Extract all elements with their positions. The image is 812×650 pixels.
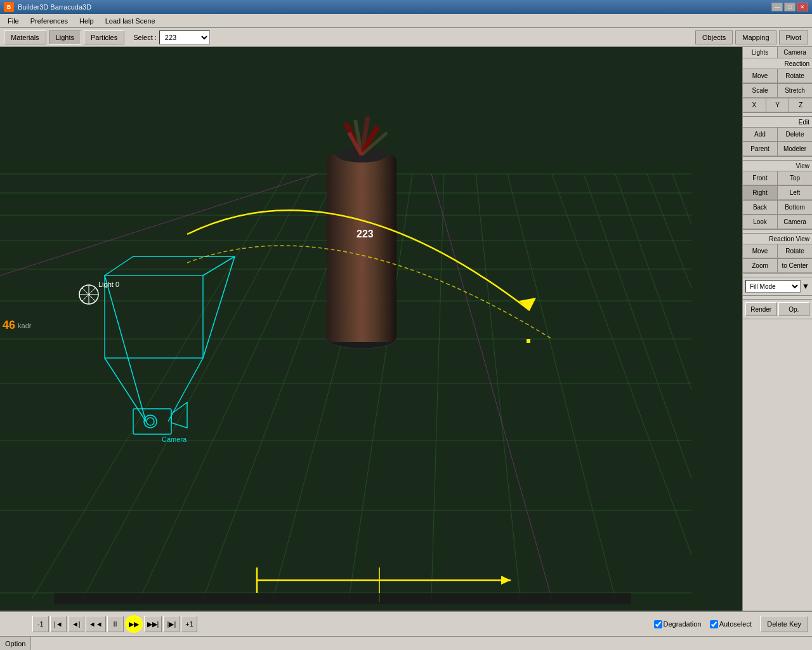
trans-start-button[interactable]: |◄ xyxy=(50,616,67,632)
app-icon: B xyxy=(4,2,14,12)
option-button[interactable]: Option xyxy=(0,637,31,651)
edit-row1: Add Delete xyxy=(743,128,812,142)
svg-line-32 xyxy=(203,256,235,358)
select-group: Select : 223 xyxy=(133,30,210,44)
toolbar-mapping-button[interactable]: Mapping xyxy=(735,30,776,44)
viewport[interactable]: Camera Light 0 xyxy=(0,47,742,611)
select-dropdown[interactable]: 223 xyxy=(159,30,210,44)
svg-text:223: 223 xyxy=(357,229,374,239)
svg-rect-1 xyxy=(0,47,742,611)
menubar: File Preferences Help Load last Scene xyxy=(0,14,812,28)
right-panel: Lights Camera Reaction Move Rotate Scale… xyxy=(742,47,812,611)
view-section-title: View xyxy=(743,161,812,171)
main-layout: Camera Light 0 xyxy=(0,47,812,611)
rv-tocenter-button[interactable]: to Center xyxy=(778,259,812,273)
svg-line-31 xyxy=(203,256,235,275)
transport: 46 kadr -1 |◄ ◄| ◄◄ II ▶▶ ▶▶| |▶| +1 Deg… xyxy=(0,611,812,636)
svg-line-45 xyxy=(82,288,95,301)
svg-line-23 xyxy=(584,174,691,479)
trans-prev-key-button[interactable]: ◄| xyxy=(68,616,84,632)
svg-point-48 xyxy=(327,329,396,348)
svg-line-20 xyxy=(476,174,520,599)
svg-line-56 xyxy=(349,133,362,155)
reaction-row3: X Y Z xyxy=(743,98,812,113)
minimize-button[interactable]: — xyxy=(771,3,783,11)
toolbar-objects-button[interactable]: Objects xyxy=(695,30,733,44)
svg-rect-49 xyxy=(327,155,396,342)
toolbar-particles-button[interactable]: Particles xyxy=(84,30,124,44)
trans-pause-button[interactable]: II xyxy=(107,616,124,632)
maximize-button[interactable]: □ xyxy=(784,3,796,11)
view-row1: Front Top xyxy=(743,171,812,186)
trans-plus1-button[interactable]: +1 xyxy=(181,616,197,632)
svg-line-25 xyxy=(647,174,691,288)
trans-rewind-button[interactable]: ◄◄ xyxy=(86,616,106,632)
svg-line-24 xyxy=(615,174,691,390)
rv-row2: Zoom to Center xyxy=(743,259,812,274)
reaction-move-button[interactable]: Move xyxy=(743,69,778,83)
toolbar: Materials Lights Particles Select : 223 … xyxy=(0,28,812,47)
autoselect-check[interactable]: Autoselect xyxy=(710,620,752,628)
svg-line-30 xyxy=(105,256,133,275)
menu-preferences[interactable]: Preferences xyxy=(25,16,73,26)
toolbar-pivot-button[interactable]: Pivot xyxy=(779,30,808,44)
delete-key-button[interactable]: Delete Key xyxy=(760,616,808,632)
degradation-check[interactable]: Degradation xyxy=(654,620,702,628)
rv-rotate-button[interactable]: Rotate xyxy=(778,244,812,258)
view-top-button[interactable]: Top xyxy=(778,171,812,185)
edit-modeler-button[interactable]: Modeler xyxy=(778,142,812,156)
svg-line-54 xyxy=(362,126,377,155)
svg-line-36 xyxy=(105,275,146,421)
menu-load-last-scene[interactable]: Load last Scene xyxy=(100,16,160,26)
rv-row1: Move Rotate xyxy=(743,244,812,259)
edit-section-title: Edit xyxy=(743,117,812,128)
degradation-label: Degradation xyxy=(664,620,702,628)
svg-line-52 xyxy=(355,120,362,155)
frame-label: kadr xyxy=(18,321,31,329)
window-buttons[interactable]: — □ ✕ xyxy=(771,3,808,11)
fill-mode-dropdown[interactable]: Fill Mode Wireframe Solid xyxy=(745,280,801,293)
view-left-button[interactable]: Left xyxy=(778,186,812,200)
trans-next-key-button[interactable]: ▶▶| xyxy=(144,616,162,632)
reaction-stretch-button[interactable]: Stretch xyxy=(778,84,812,98)
edit-add-button[interactable]: Add xyxy=(743,128,778,142)
reaction-z-button[interactable]: Z xyxy=(789,98,812,112)
svg-line-51 xyxy=(346,123,362,155)
edit-delete-button[interactable]: Delete xyxy=(778,128,812,142)
op-button[interactable]: Op. xyxy=(778,302,810,316)
toolbar-materials-button[interactable]: Materials xyxy=(4,30,46,44)
dropdown-arrow-icon[interactable]: ▼ xyxy=(802,282,809,291)
reaction-y-button[interactable]: Y xyxy=(766,98,790,112)
rv-zoom-button[interactable]: Zoom xyxy=(743,259,778,273)
render-button[interactable]: Render xyxy=(745,302,777,316)
menu-help[interactable]: Help xyxy=(74,16,99,26)
view-bottom-button[interactable]: Bottom xyxy=(778,201,812,215)
view-back-button[interactable]: Back xyxy=(743,201,778,215)
view-front-button[interactable]: Front xyxy=(743,171,778,185)
view-camera-button[interactable]: Camera xyxy=(778,215,812,229)
rv-move-button[interactable]: Move xyxy=(743,244,778,258)
autoselect-checkbox[interactable] xyxy=(710,620,718,628)
fill-mode-row: Fill Mode Wireframe Solid ▼ xyxy=(743,277,812,296)
trans-play-button[interactable]: ▶▶ xyxy=(125,615,143,633)
lights-camera-tabs: Lights Camera xyxy=(743,47,812,58)
edit-parent-button[interactable]: Parent xyxy=(743,142,778,156)
app-title: Builder3D Barracuda3D xyxy=(18,3,771,11)
view-look-button[interactable]: Look xyxy=(743,215,778,229)
trans-minus1-button[interactable]: -1 xyxy=(32,616,49,632)
view-right-button[interactable]: Right xyxy=(743,186,778,200)
view-row4: Look Camera xyxy=(743,215,812,230)
reaction-x-button[interactable]: X xyxy=(743,98,766,112)
reaction-scale-button[interactable]: Scale xyxy=(743,84,778,98)
svg-line-28 xyxy=(431,174,552,599)
svg-marker-29 xyxy=(105,275,203,358)
close-button[interactable]: ✕ xyxy=(797,3,808,11)
tab-lights[interactable]: Lights xyxy=(743,47,778,58)
degradation-checkbox[interactable] xyxy=(654,620,662,628)
trans-end-button[interactable]: |▶| xyxy=(163,616,180,632)
svg-line-13 xyxy=(32,174,285,599)
menu-file[interactable]: File xyxy=(3,16,24,26)
tab-camera[interactable]: Camera xyxy=(778,47,812,58)
reaction-rotate-button[interactable]: Rotate xyxy=(778,69,812,83)
toolbar-lights-button[interactable]: Lights xyxy=(49,30,81,44)
